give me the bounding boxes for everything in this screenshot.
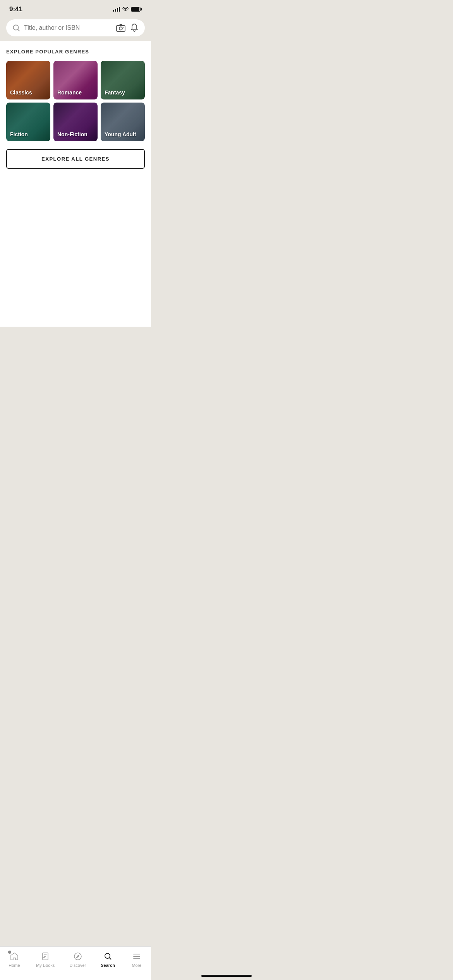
- genre-card-fiction[interactable]: Fiction: [6, 103, 50, 141]
- genre-classics-label: Classics: [10, 89, 32, 96]
- svg-rect-1: [117, 26, 125, 31]
- camera-button[interactable]: [116, 24, 125, 32]
- genres-grid: Classics Romance Fantasy Fiction Non-Fic…: [6, 61, 145, 141]
- signal-icon: [113, 7, 120, 12]
- genre-fiction-label: Fiction: [10, 131, 28, 137]
- search-input[interactable]: [24, 24, 112, 31]
- main-content: EXPLORE POPULAR GENRES Classics Romance …: [0, 41, 151, 327]
- genre-card-youngadult[interactable]: Young Adult: [101, 103, 145, 141]
- notification-button[interactable]: [130, 23, 139, 33]
- genre-romance-label: Romance: [57, 89, 82, 96]
- svg-point-2: [119, 27, 122, 30]
- wifi-icon: [122, 7, 129, 12]
- genre-card-fantasy[interactable]: Fantasy: [101, 61, 145, 99]
- genre-card-romance[interactable]: Romance: [53, 61, 98, 99]
- status-icons: [113, 7, 142, 12]
- search-bar-inner: [12, 24, 112, 32]
- explore-genres-title: EXPLORE POPULAR GENRES: [6, 49, 145, 55]
- explore-all-genres-button[interactable]: EXPLORE ALL GENRES: [6, 149, 145, 169]
- camera-icon: [116, 24, 125, 32]
- genre-nonfiction-label: Non-Fiction: [57, 131, 88, 137]
- genre-card-nonfiction[interactable]: Non-Fiction: [53, 103, 98, 141]
- search-container: [0, 16, 151, 41]
- status-time: 9:41: [9, 5, 22, 13]
- svg-rect-3: [123, 27, 124, 27]
- genre-fantasy-label: Fantasy: [105, 89, 125, 96]
- status-bar: 9:41: [0, 0, 151, 16]
- genre-card-classics[interactable]: Classics: [6, 61, 50, 99]
- search-bar: [6, 19, 145, 36]
- search-right-icons: [116, 23, 139, 33]
- bell-icon: [130, 23, 139, 33]
- battery-icon: [131, 7, 142, 12]
- genre-youngadult-label: Young Adult: [105, 131, 136, 137]
- search-icon: [12, 24, 20, 32]
